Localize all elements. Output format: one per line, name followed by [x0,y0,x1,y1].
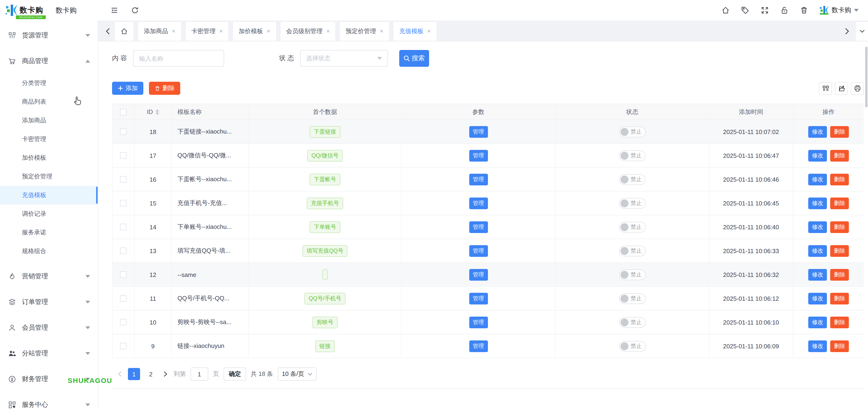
manage-button[interactable]: 管理 [469,174,488,185]
prev-page-button[interactable] [116,371,123,377]
manage-button[interactable]: 管理 [469,221,488,233]
edit-button[interactable]: 修改 [808,221,827,233]
sidebar-item-fenzhan[interactable]: 分站管理 [0,340,98,366]
tab-jiajiamoban[interactable]: 加价模板× [233,22,276,40]
close-icon[interactable]: × [327,28,330,34]
header-id[interactable]: ID [134,104,172,120]
edit-button[interactable]: 修改 [808,245,827,257]
manage-button[interactable]: 管理 [469,340,488,352]
remove-button[interactable]: 删除 [830,174,849,185]
sidebar-item-kami[interactable]: 卡密管理 [0,130,98,149]
tabs-scroll-left[interactable] [103,23,113,39]
remove-button[interactable]: 删除 [830,221,849,233]
status-toggle[interactable]: 禁止 [619,198,646,209]
collapse-sidebar-icon[interactable] [110,6,119,14]
goto-page-input[interactable] [190,368,208,381]
remove-button[interactable]: 删除 [830,292,849,304]
edit-button[interactable]: 修改 [808,269,827,280]
page-size-select[interactable]: 10 条/页 [278,368,316,381]
status-toggle[interactable]: 禁止 [619,174,646,185]
row-checkbox[interactable] [120,200,127,207]
row-checkbox[interactable] [120,128,127,135]
home-icon[interactable] [721,6,730,14]
logo[interactable]: 数卡购 ShuKaGou.Com 数卡购 [0,2,98,19]
remove-button[interactable]: 删除 [830,197,849,209]
edit-button[interactable]: 修改 [808,150,827,161]
row-checkbox[interactable] [120,248,127,254]
sidebar-item-guige[interactable]: 规格组合 [0,242,98,260]
trash-icon[interactable] [800,6,808,14]
fullscreen-icon[interactable] [761,6,769,14]
search-button[interactable]: 搜索 [399,50,429,67]
sidebar-item-huoyuan[interactable]: 货源管理 [0,23,98,48]
next-page-button[interactable] [161,371,169,377]
sidebar-item-huiyuan[interactable]: 会员管理 [0,315,98,340]
sidebar-item-fuwuchengnuo[interactable]: 服务承诺 [0,223,98,242]
delete-button[interactable]: 删除 [149,82,180,95]
edit-button[interactable]: 修改 [808,197,827,209]
vertical-scrollbar[interactable] [865,47,868,107]
tabs-scroll-right[interactable] [842,23,852,39]
manage-button[interactable]: 管理 [469,292,488,304]
manage-button[interactable]: 管理 [469,126,488,137]
status-toggle[interactable]: 禁止 [619,245,646,256]
row-checkbox[interactable] [120,224,127,230]
tab-huiyuanjibie[interactable]: 会员级别管理× [281,22,336,40]
refresh-icon[interactable] [131,6,139,14]
sidebar-item-tiaojia[interactable]: 调价记录 [0,204,98,223]
status-toggle[interactable]: 禁止 [619,341,646,351]
print-button[interactable] [851,82,864,95]
sidebar-item-liebiao[interactable]: 商品列表 [0,92,98,111]
status-toggle[interactable]: 禁止 [619,222,646,232]
close-icon[interactable]: × [219,28,223,34]
confirm-page-button[interactable]: 确定 [224,368,246,381]
sidebar-item-yingxiao[interactable]: 营销管理 [0,263,98,289]
edit-button[interactable]: 修改 [808,340,827,352]
remove-button[interactable]: 删除 [830,269,849,280]
add-button[interactable]: 添加 [112,82,143,95]
sidebar-item-shangpin[interactable]: 商品管理 [0,48,98,74]
page-2-button[interactable]: 2 [145,368,157,380]
manage-button[interactable]: 管理 [469,245,488,257]
sidebar-item-jiajia[interactable]: 加价模板 [0,149,98,167]
edit-button[interactable]: 修改 [808,126,827,137]
close-icon[interactable]: × [380,28,383,34]
remove-button[interactable]: 删除 [830,316,849,328]
tab-kamiguanli[interactable]: 卡密管理× [186,22,228,40]
sidebar-item-dingdan[interactable]: 订单管理 [0,289,98,315]
sidebar-item-caiwu[interactable]: 财务管理 [0,366,98,392]
sidebar-item-fenlei[interactable]: 分类管理 [0,74,98,92]
columns-setting-button[interactable] [819,82,832,95]
sidebar-item-yudingjia[interactable]: 预定价管理 [0,167,98,186]
sort-icons[interactable] [155,109,159,115]
remove-button[interactable]: 删除 [830,126,849,137]
row-checkbox[interactable] [120,152,127,159]
row-checkbox[interactable] [120,271,127,278]
row-checkbox[interactable] [120,295,127,302]
row-checkbox[interactable] [120,319,127,325]
status-toggle[interactable]: 禁止 [619,150,646,161]
status-toggle[interactable]: 禁止 [619,293,646,304]
close-icon[interactable]: × [427,28,431,34]
lock-icon[interactable] [780,6,788,14]
remove-button[interactable]: 删除 [830,150,849,161]
remove-button[interactable]: 删除 [830,245,849,257]
select-all-checkbox[interactable] [120,108,127,115]
sidebar-item-tianjia[interactable]: 添加商品 [0,111,98,130]
manage-button[interactable]: 管理 [469,316,488,328]
tabs-menu-button[interactable] [856,22,868,40]
row-checkbox[interactable] [120,176,127,183]
tab-tianjiashangpin[interactable]: 添加商品× [138,22,181,40]
status-toggle[interactable]: 禁止 [619,126,646,137]
tab-yudingjia[interactable]: 预定价管理× [340,22,389,40]
tab-home[interactable] [115,22,133,40]
row-checkbox[interactable] [120,343,127,349]
close-icon[interactable]: × [267,28,270,34]
user-menu[interactable]: 数卡购 [819,6,859,15]
sidebar-item-chongzhi-active[interactable]: 充值模板 [0,186,98,204]
sidebar-item-fuwuzhongxin[interactable]: 服务中心 [0,392,98,410]
status-filter-select[interactable]: 选择状态 [300,50,388,67]
manage-button[interactable]: 管理 [469,269,488,280]
tag-icon[interactable] [741,6,749,14]
status-toggle[interactable]: 禁止 [619,317,646,327]
